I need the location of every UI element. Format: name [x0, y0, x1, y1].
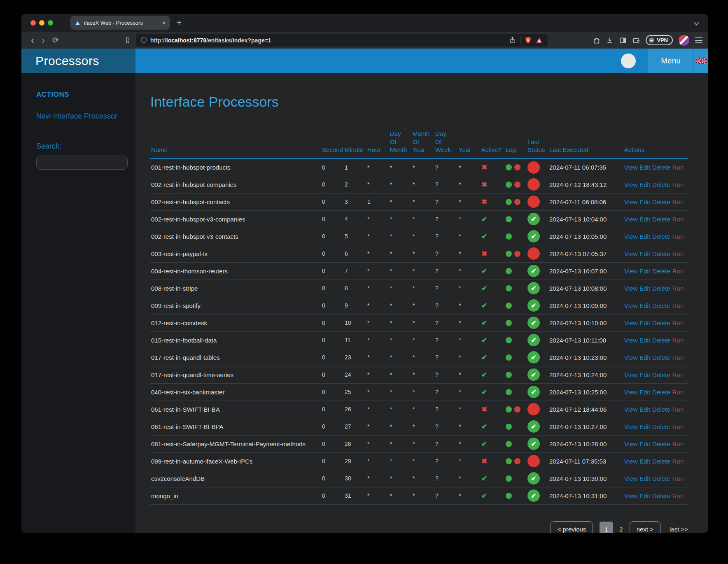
- view-link[interactable]: View: [624, 423, 637, 430]
- edit-link[interactable]: Edit: [639, 337, 650, 344]
- edit-link[interactable]: Edit: [639, 233, 650, 240]
- log-indicator[interactable]: [506, 164, 525, 170]
- delete-link[interactable]: Delete: [652, 164, 670, 171]
- delete-link[interactable]: Delete: [652, 492, 670, 499]
- brave-shield-icon[interactable]: [525, 37, 532, 44]
- delete-link[interactable]: Delete: [652, 354, 670, 361]
- view-link[interactable]: View: [624, 285, 637, 292]
- view-link[interactable]: View: [624, 233, 637, 240]
- edit-link[interactable]: Edit: [639, 475, 650, 482]
- user-avatar[interactable]: [621, 54, 636, 68]
- browser-menu-icon[interactable]: [695, 37, 702, 43]
- column-header-active[interactable]: Active?: [481, 130, 505, 158]
- browser-profile-avatar[interactable]: [679, 35, 689, 46]
- log-indicator[interactable]: [506, 303, 525, 309]
- column-header-year[interactable]: Year: [458, 130, 481, 158]
- run-link[interactable]: Run: [672, 492, 684, 499]
- edit-link[interactable]: Edit: [639, 440, 650, 447]
- close-tab-icon[interactable]: ✕: [162, 20, 166, 26]
- run-link[interactable]: Run: [672, 458, 684, 465]
- run-link[interactable]: Run: [672, 337, 684, 344]
- delete-link[interactable]: Delete: [652, 198, 670, 205]
- view-link[interactable]: View: [624, 389, 637, 396]
- delete-link[interactable]: Delete: [652, 250, 670, 257]
- log-indicator[interactable]: [506, 406, 525, 413]
- delete-link[interactable]: Delete: [652, 440, 670, 447]
- view-link[interactable]: View: [624, 216, 637, 223]
- brave-rewards-icon[interactable]: [536, 37, 543, 44]
- run-link[interactable]: Run: [672, 250, 684, 257]
- view-link[interactable]: View: [624, 302, 637, 309]
- new-tab-button[interactable]: +: [177, 18, 182, 28]
- edit-link[interactable]: Edit: [639, 164, 650, 171]
- edit-link[interactable]: Edit: [639, 250, 650, 257]
- log-indicator[interactable]: [506, 475, 525, 482]
- view-link[interactable]: View: [624, 319, 637, 326]
- wallet-icon[interactable]: [632, 37, 640, 44]
- view-link[interactable]: View: [624, 181, 637, 188]
- run-link[interactable]: Run: [672, 285, 684, 292]
- edit-link[interactable]: Edit: [639, 389, 650, 396]
- column-header-name[interactable]: Name: [150, 130, 321, 158]
- edit-link[interactable]: Edit: [639, 285, 650, 292]
- run-link[interactable]: Run: [672, 423, 684, 430]
- log-indicator[interactable]: [506, 493, 525, 499]
- run-link[interactable]: Run: [672, 354, 684, 361]
- edit-link[interactable]: Edit: [639, 423, 650, 430]
- run-link[interactable]: Run: [672, 440, 684, 447]
- minimize-window-button[interactable]: [39, 20, 44, 26]
- edit-link[interactable]: Edit: [639, 406, 650, 413]
- delete-link[interactable]: Delete: [652, 268, 670, 275]
- share-icon[interactable]: [509, 37, 516, 44]
- language-flag-button[interactable]: [693, 49, 708, 73]
- edit-link[interactable]: Edit: [639, 216, 650, 223]
- delete-link[interactable]: Delete: [652, 406, 670, 413]
- column-header-month-of-year[interactable]: Month Of Year: [412, 130, 434, 158]
- bookmark-icon[interactable]: [124, 37, 131, 44]
- column-header-day-of-month[interactable]: Day Of Month: [389, 130, 412, 158]
- log-indicator[interactable]: [506, 216, 525, 222]
- extensions-icon[interactable]: [593, 37, 600, 44]
- run-link[interactable]: Run: [672, 198, 684, 205]
- downloads-icon[interactable]: [606, 37, 614, 44]
- last-page-link[interactable]: last >>: [670, 526, 688, 533]
- delete-link[interactable]: Delete: [652, 337, 670, 344]
- forward-button[interactable]: ›: [42, 35, 45, 45]
- edit-link[interactable]: Edit: [639, 371, 650, 378]
- site-info-icon[interactable]: ⓘ: [141, 36, 147, 44]
- log-indicator[interactable]: [506, 182, 525, 188]
- view-link[interactable]: View: [624, 164, 637, 171]
- delete-link[interactable]: Delete: [652, 458, 670, 465]
- log-indicator[interactable]: [506, 251, 525, 257]
- reload-button[interactable]: ⟳: [52, 36, 59, 44]
- edit-link[interactable]: Edit: [639, 302, 650, 309]
- column-header-hour[interactable]: Hour: [366, 130, 389, 158]
- column-header-day-of-week[interactable]: Day Of Week: [434, 130, 458, 158]
- page-2-link[interactable]: 2: [619, 526, 623, 533]
- run-link[interactable]: Run: [672, 181, 684, 188]
- edit-link[interactable]: Edit: [639, 458, 650, 465]
- delete-link[interactable]: Delete: [652, 371, 670, 378]
- delete-link[interactable]: Delete: [652, 216, 670, 223]
- zoom-window-button[interactable]: [48, 20, 53, 26]
- delete-link[interactable]: Delete: [652, 423, 670, 430]
- log-indicator[interactable]: [506, 458, 525, 464]
- log-indicator[interactable]: [506, 389, 525, 395]
- log-indicator[interactable]: [506, 285, 525, 291]
- view-link[interactable]: View: [624, 337, 637, 344]
- view-link[interactable]: View: [624, 440, 637, 447]
- view-link[interactable]: View: [624, 268, 637, 275]
- delete-link[interactable]: Delete: [652, 475, 670, 482]
- next-page-button[interactable]: next >: [630, 521, 660, 533]
- delete-link[interactable]: Delete: [652, 285, 670, 292]
- column-header-last-executed[interactable]: Last Executed: [548, 130, 623, 158]
- run-link[interactable]: Run: [672, 164, 684, 171]
- delete-link[interactable]: Delete: [652, 233, 670, 240]
- log-indicator[interactable]: [506, 199, 525, 205]
- column-header-minute[interactable]: Minute: [344, 130, 366, 158]
- column-header-last-status[interactable]: Last Status: [527, 130, 548, 158]
- edit-link[interactable]: Edit: [639, 198, 650, 205]
- edit-link[interactable]: Edit: [639, 319, 650, 326]
- log-indicator[interactable]: [506, 268, 525, 274]
- run-link[interactable]: Run: [672, 216, 684, 223]
